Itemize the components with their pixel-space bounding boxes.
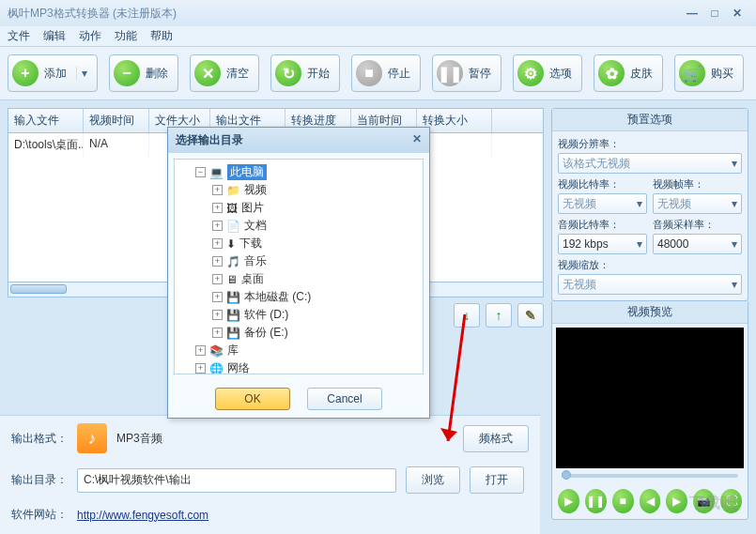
menubar: 文件 编辑 动作 功能 帮助 <box>0 26 756 47</box>
open-button[interactable]: 打开 <box>470 466 524 494</box>
clear-button[interactable]: ✕清空 <box>190 54 259 92</box>
menu-action[interactable]: 动作 <box>79 28 101 44</box>
asample-combo[interactable]: 48000▾ <box>653 234 742 254</box>
scale-combo[interactable]: 无视频▾ <box>558 274 742 295</box>
toolbar: +添加▾ −删除 ✕清空 ↻开始 ■停止 ❚❚暂停 ⚙选项 ✿皮肤 🛒购买 <box>0 47 756 100</box>
output-format-label: 输出格式： <box>11 431 68 447</box>
preview-panel: 视频预览 ▶ ❚❚ ■ ◀ ▶ 📷 ⛶ <box>551 300 748 520</box>
format-button[interactable]: 频格式 <box>463 425 529 452</box>
remove-button[interactable]: −删除 <box>109 54 178 92</box>
close-icon[interactable]: ✕ <box>726 7 748 20</box>
menu-edit[interactable]: 编辑 <box>43 28 66 44</box>
menu-help[interactable]: 帮助 <box>150 28 173 44</box>
cart-icon: 🛒 <box>679 60 705 86</box>
add-button[interactable]: +添加▾ <box>8 54 98 92</box>
buy-button[interactable]: 🛒购买 <box>674 54 744 92</box>
output-dir-label: 输出目录： <box>11 472 68 488</box>
next-icon[interactable]: ▶ <box>666 489 687 513</box>
browse-button[interactable]: 浏览 <box>406 466 460 494</box>
move-up-button[interactable]: ↑ <box>486 303 512 328</box>
maximize-icon[interactable]: □ <box>703 7 726 20</box>
output-dir-input[interactable] <box>77 468 396 493</box>
preset-panel: 预置选项 视频分辨率： 该格式无视频▾ 视频比特率：无视频▾ 视频帧率：无视频▾… <box>551 108 748 301</box>
menu-file[interactable]: 文件 <box>8 28 30 44</box>
dialog-ok-button[interactable]: OK <box>215 388 290 410</box>
folder-dialog: 选择输出目录✕ −💻 此电脑 +📁 视频 +🖼 图片 +📄 文档 +⬇ 下载 +… <box>167 127 430 419</box>
abitrate-combo[interactable]: 192 kbps▾ <box>558 234 647 254</box>
music-note-icon: ♪ <box>77 423 107 453</box>
website-label: 软件网站： <box>11 507 68 523</box>
minus-icon: − <box>114 60 140 86</box>
stop-icon: ■ <box>356 60 382 86</box>
wrench-icon: ⚙ <box>517 60 544 86</box>
video-preview <box>556 328 744 468</box>
stop-button[interactable]: ■停止 <box>351 54 421 92</box>
watermark: 下载吧 <box>689 494 737 513</box>
pause-icon: ❚❚ <box>437 60 463 86</box>
window-titlebar: 枫叶MP3格式转换器 (未注册版本) — □ ✕ <box>0 0 756 26</box>
minimize-icon[interactable]: — <box>681 7 703 20</box>
website-link[interactable]: http://www.fengyesoft.com <box>77 509 208 522</box>
play-icon[interactable]: ▶ <box>558 489 579 513</box>
progress-slider[interactable] <box>562 474 738 478</box>
folder-tree[interactable]: −💻 此电脑 +📁 视频 +🖼 图片 +📄 文档 +⬇ 下载 +🎵 音乐 +🖥 … <box>174 159 424 374</box>
x-icon: ✕ <box>194 60 221 86</box>
refresh-icon: ↻ <box>275 60 301 86</box>
resolution-combo[interactable]: 该格式无视频▾ <box>558 153 742 174</box>
edit-button[interactable]: ✎ <box>517 303 544 328</box>
start-button[interactable]: ↻开始 <box>270 54 340 92</box>
fps-combo[interactable]: 无视频▾ <box>653 193 742 214</box>
stop-icon[interactable]: ■ <box>612 489 634 513</box>
apple-icon: ✿ <box>598 60 625 86</box>
dialog-close-icon[interactable]: ✕ <box>412 132 422 148</box>
app-title: 枫叶MP3格式转换器 (未注册版本) <box>8 6 177 22</box>
chevron-down-icon[interactable]: ▾ <box>76 67 87 80</box>
options-button[interactable]: ⚙选项 <box>513 54 582 92</box>
menu-function[interactable]: 功能 <box>115 28 137 44</box>
move-down-button[interactable]: ↓ <box>454 303 480 328</box>
dialog-cancel-button[interactable]: Cancel <box>307 388 382 410</box>
skin-button[interactable]: ✿皮肤 <box>594 54 663 92</box>
pause-icon[interactable]: ❚❚ <box>585 489 607 513</box>
vbitrate-combo[interactable]: 无视频▾ <box>558 193 647 214</box>
plus-icon: + <box>12 60 39 86</box>
prev-icon[interactable]: ◀ <box>640 489 661 513</box>
pause-button[interactable]: ❚❚暂停 <box>432 54 501 92</box>
